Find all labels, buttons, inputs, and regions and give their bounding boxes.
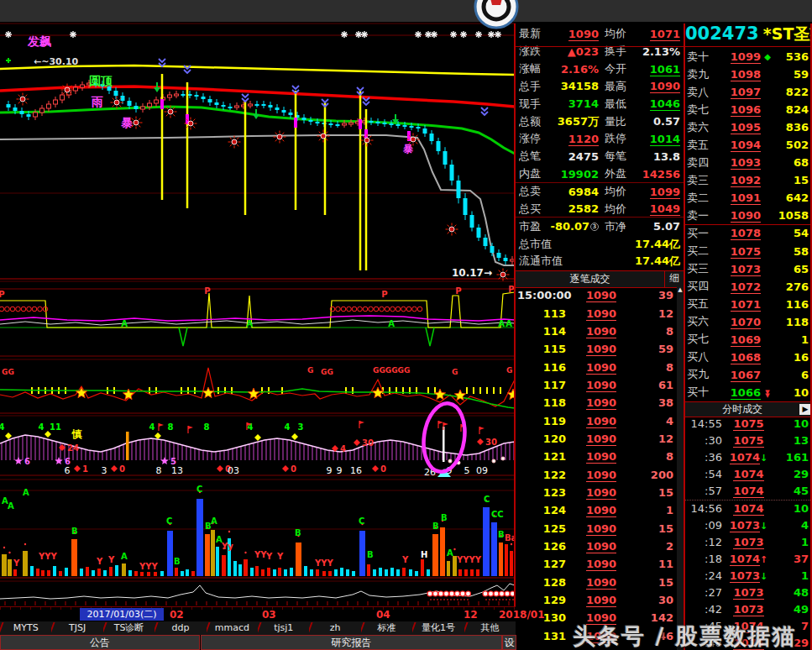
queue-row[interactable]: 卖十1099◆536 <box>685 48 812 66</box>
queue-row[interactable]: 卖四109368 <box>685 154 812 171</box>
svg-text:11: 11 <box>50 422 61 432</box>
announcements-button[interactable]: 公告 <box>0 635 200 650</box>
queue-row[interactable]: 卖七1096824 <box>685 101 812 118</box>
table-row[interactable]: 11410908 <box>516 322 677 340</box>
table-row[interactable]: 14:55107510 <box>685 416 812 432</box>
table-row[interactable]: 11610908 <box>516 358 677 375</box>
table-row[interactable]: 123109015 <box>516 484 677 501</box>
table-row[interactable]: :091073↓4 <box>685 517 812 534</box>
table-row[interactable]: 12110908 <box>516 448 677 465</box>
tab-其他[interactable]: 其他 <box>464 621 516 635</box>
queue-row[interactable]: 买五1071116 <box>685 296 812 313</box>
queue-row[interactable]: 买四1072276 <box>685 278 812 296</box>
svg-text:H: H <box>421 550 427 559</box>
tick-volume: 12 <box>637 307 673 320</box>
tab-标准[interactable]: 标准 <box>361 621 412 635</box>
table-row[interactable]: 127109011 <box>516 555 677 573</box>
timeline[interactable]: 2017/01/03(二) 2018/01 02030412 <box>0 606 516 622</box>
info-value: 19902 <box>550 168 599 181</box>
table-row[interactable]: 113109012 <box>516 304 677 322</box>
svg-text:YYY: YYY <box>139 562 158 571</box>
table-row[interactable]: :241073↓1 <box>685 567 812 584</box>
table-row[interactable]: 120109012 <box>516 430 677 448</box>
queue-level-label: 买八 <box>687 349 719 364</box>
table-row[interactable]: :54107429 <box>685 466 812 483</box>
site-logo <box>473 0 520 30</box>
queue-level-label: 卖十 <box>687 50 719 65</box>
tab-ts诊断[interactable]: TS诊断 <box>103 621 155 635</box>
table-row[interactable]: 128109015 <box>516 574 677 591</box>
tab-量化1号[interactable]: 量化1号 <box>412 621 464 635</box>
tab-tjsj1[interactable]: tjsj1 <box>258 621 309 635</box>
table-row[interactable]: :30107513 <box>685 432 812 449</box>
queue-row[interactable]: 买九10676 <box>685 366 812 384</box>
tick-price: 1090 <box>566 540 637 553</box>
table-row[interactable]: :1210731 <box>685 534 812 551</box>
stock-header: 002473 *ST圣莱 <box>685 24 812 46</box>
queue-row[interactable]: 卖五1094502 <box>685 136 812 154</box>
queue-row[interactable]: 买七10691 <box>685 331 812 349</box>
table-row[interactable]: 12410901 <box>516 501 677 519</box>
queue-price: 1096 <box>719 103 761 116</box>
info-label: 外盘 <box>605 166 636 181</box>
queue-level-label: 买十 <box>687 385 719 400</box>
queue-volume: 16 <box>774 351 809 364</box>
table-row[interactable]: :361074↓161 <box>685 449 812 466</box>
tab-zh[interactable]: zh <box>309 621 360 635</box>
table-row[interactable]: 1221090200 <box>516 465 677 483</box>
queue-row[interactable]: 买三107365 <box>685 260 812 278</box>
queue-row[interactable]: 卖二1091642 <box>685 189 812 207</box>
queue-row[interactable]: 买一107854 <box>685 224 812 242</box>
svg-text:Y: Y <box>13 558 20 568</box>
queue-row[interactable]: 卖一10901058 <box>685 207 812 224</box>
scroll-up-icon[interactable]: ▲ <box>677 286 684 293</box>
tick-price: 1090 <box>566 343 637 355</box>
queue-row[interactable]: 卖九109859 <box>685 66 812 83</box>
tab-myts[interactable]: MYTS <box>0 621 51 635</box>
queue-row[interactable]: 买八106816 <box>685 349 812 366</box>
table-row[interactable]: 11910904 <box>516 411 677 429</box>
svg-text:B: B <box>367 550 374 559</box>
table-row[interactable]: 118109038 <box>516 394 677 411</box>
tick-volume: 38 <box>637 396 673 409</box>
svg-text:A: A <box>388 319 395 328</box>
table-row[interactable]: 125109015 <box>516 519 677 537</box>
table-row[interactable]: :57107445 <box>685 483 812 500</box>
queue-volume: 118 <box>774 316 809 328</box>
table-row[interactable]: :27107348 <box>685 584 812 600</box>
queue-row[interactable]: 买六1070118 <box>685 313 812 331</box>
queue-row[interactable]: 卖六1095836 <box>685 118 812 136</box>
tab-mmacd[interactable]: mmacd <box>207 621 258 635</box>
play-right-icon[interactable]: ▶ <box>799 404 811 415</box>
research-reports-button[interactable]: 研究报告 <box>201 635 502 650</box>
tick-volume: 2 <box>637 540 673 553</box>
svg-text:B: B <box>174 557 181 566</box>
timeline-selected-date[interactable]: 2017/01/03(二) <box>80 608 164 621</box>
queue-row[interactable]: 卖八1097822 <box>685 83 812 101</box>
timeline-label: 03 <box>262 609 276 621</box>
tab-tjsj[interactable]: TJSJ <box>51 621 102 635</box>
settings-button[interactable]: 设 <box>502 635 516 650</box>
svg-text:Y: Y <box>401 555 409 564</box>
queue-row[interactable]: 买十1066▼▼10 <box>685 384 812 401</box>
tick-price: 1090 <box>566 325 637 338</box>
detail-button[interactable]: 细 <box>664 271 684 287</box>
queue-row[interactable]: 买二107558 <box>685 243 812 260</box>
table-row[interactable]: 129109030 <box>516 591 677 609</box>
tick-volume: 15 <box>637 576 673 589</box>
tick-scrollbar[interactable]: ▲ <box>677 286 684 650</box>
info-value: 3657万 <box>550 114 599 129</box>
table-row[interactable]: 117109061 <box>516 376 677 394</box>
svg-text:0: 0 <box>380 464 386 474</box>
table-row[interactable]: :42107349 <box>685 600 812 617</box>
info-label: 每笔 <box>605 149 636 164</box>
tab-ddp[interactable]: ddp <box>155 621 206 635</box>
table-row[interactable]: 115109059 <box>516 340 677 358</box>
table-row[interactable]: 12610902 <box>516 537 677 555</box>
queue-level-label: 卖六 <box>687 120 719 135</box>
queue-row[interactable]: 卖三109215 <box>685 171 812 189</box>
table-row[interactable]: 15:00:00109039 <box>516 286 677 304</box>
table-row[interactable]: :181074↑37 <box>685 551 812 568</box>
table-row[interactable]: 14:56107410 <box>685 500 812 517</box>
charts-canvas[interactable]: 发飙←~30.10圆顶雨暴暴10.17→AAAAAPPPPPGGGGGGGGGG… <box>0 0 516 606</box>
